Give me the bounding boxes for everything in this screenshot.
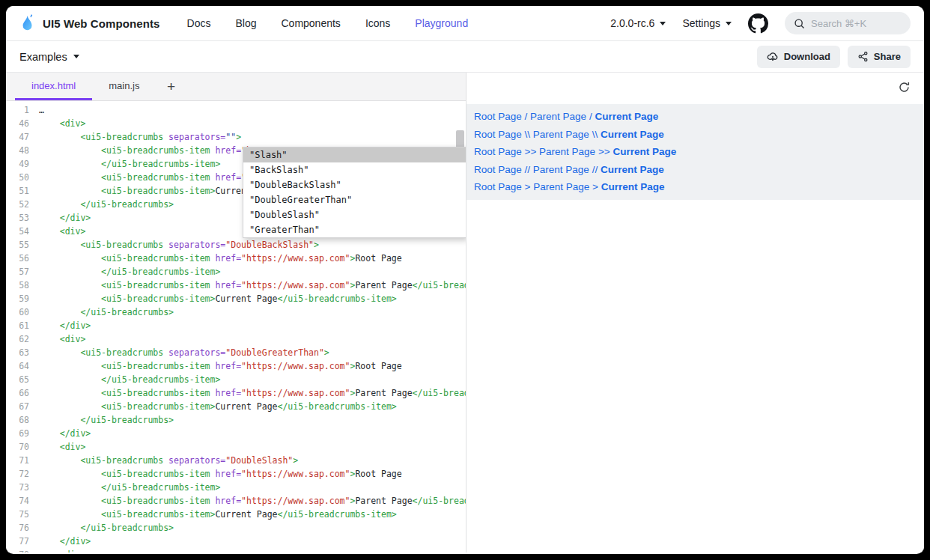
breadcrumb-link[interactable]: Root Page — [474, 111, 522, 122]
line-number: 47 — [6, 130, 39, 144]
version-dropdown[interactable]: 2.0.0-rc.6 — [610, 17, 666, 29]
refresh-icon — [898, 81, 911, 94]
breadcrumb-link[interactable]: Root Page — [474, 129, 522, 140]
chevron-down-icon — [726, 22, 732, 25]
line-content: <div> — [39, 548, 85, 553]
nav-link-blog[interactable]: Blog — [235, 17, 256, 29]
autocomplete-option[interactable]: "Slash" — [243, 147, 466, 162]
breadcrumb-link[interactable]: Parent Page — [530, 111, 586, 122]
breadcrumb: Root Page // Parent Page // Current Page — [466, 161, 924, 179]
share-button[interactable]: Share — [848, 46, 911, 68]
autocomplete-option[interactable]: "DoubleGreaterThan" — [243, 192, 466, 207]
refresh-button[interactable] — [896, 79, 912, 97]
line-content: </ui5-breadcrumbs-item> — [39, 157, 220, 171]
download-icon — [767, 51, 779, 63]
breadcrumb-link[interactable]: Root Page — [474, 164, 522, 175]
code-line: 74 <ui5-breadcrumbs-item href="https://w… — [6, 494, 466, 508]
chevron-down-icon — [73, 55, 79, 58]
line-content: <ui5-breadcrumbs-item href="https://www.… — [39, 279, 466, 292]
line-content: <ui5-breadcrumbs separators="DoubleSlash… — [39, 454, 298, 467]
code-editor-pane: + index.htmlmain.js 1…46 <div>47 <ui5-br… — [6, 73, 466, 553]
share-icon — [857, 51, 869, 62]
code-line: 73 </ui5-breadcrumbs-item> — [6, 481, 466, 494]
code-line: 63 <ui5-breadcrumbs separators="DoubleGr… — [6, 346, 466, 359]
add-tab-button[interactable]: + — [156, 73, 186, 100]
tab-index.html[interactable]: index.html — [15, 73, 92, 100]
code-line: 76 </ui5-breadcrumbs> — [6, 521, 466, 535]
line-content: </ui5-breadcrumbs> — [39, 413, 174, 427]
search-input[interactable] — [811, 18, 893, 29]
settings-label: Settings — [682, 17, 720, 29]
nav-link-icons[interactable]: Icons — [365, 17, 390, 29]
code-line: 58 <ui5-breadcrumbs-item href="https://w… — [6, 279, 466, 292]
ui5-flame-logo-icon — [19, 13, 36, 33]
breadcrumb-separator: > — [589, 181, 601, 192]
breadcrumb-link[interactable]: Parent Page — [533, 164, 589, 175]
line-content: <ui5-breadcrumbs-item href="https://www.… — [39, 359, 402, 373]
breadcrumb-link[interactable]: Parent Page — [533, 129, 589, 140]
line-content: <div> — [39, 117, 85, 130]
breadcrumbs-preview: Root Page / Parent Page / Current PageRo… — [466, 104, 924, 200]
autocomplete-option[interactable]: "DoubleSlash" — [243, 207, 466, 222]
code-line: 70 <div> — [6, 440, 466, 454]
line-number: 74 — [6, 494, 39, 508]
download-button[interactable]: Download — [757, 46, 840, 68]
line-number: 72 — [6, 467, 39, 481]
line-number: 54 — [6, 225, 39, 238]
line-number: 59 — [6, 292, 39, 305]
line-number: 70 — [6, 440, 39, 454]
code-line: 64 <ui5-breadcrumbs-item href="https://w… — [6, 359, 466, 373]
code-line: 65 </ui5-breadcrumbs-item> — [6, 373, 466, 386]
main-content: + index.htmlmain.js 1…46 <div>47 <ui5-br… — [6, 73, 924, 553]
code-line: 72 <ui5-breadcrumbs-item href="https://w… — [6, 467, 466, 481]
line-content: <ui5-breadcrumbs separators="DoubleBackS… — [39, 238, 319, 252]
line-number: 65 — [6, 373, 39, 386]
top-navbar: UI5 Web Components DocsBlogComponentsIco… — [6, 6, 924, 41]
line-number: 57 — [6, 265, 39, 279]
line-number: 62 — [6, 332, 39, 346]
line-content: </div> — [39, 427, 91, 440]
code-line: 57 </ui5-breadcrumbs-item> — [6, 265, 466, 279]
line-content: <ui5-breadcrumbs-item href="https://www.… — [39, 252, 402, 265]
line-number: 1 — [6, 103, 39, 117]
breadcrumb-separator: / — [522, 111, 530, 122]
examples-label: Examples — [19, 51, 67, 63]
line-number: 55 — [6, 238, 39, 252]
line-number: 76 — [6, 521, 39, 535]
line-number: 73 — [6, 481, 39, 494]
breadcrumb-link[interactable]: Parent Page — [539, 146, 595, 157]
code-line: 56 <ui5-breadcrumbs-item href="https://w… — [6, 252, 466, 265]
breadcrumb: Root Page >> Parent Page >> Current Page — [466, 143, 924, 161]
brand-title: UI5 Web Components — [43, 17, 160, 30]
settings-dropdown[interactable]: Settings — [682, 17, 732, 29]
github-icon[interactable] — [748, 13, 768, 34]
nav-link-playground[interactable]: Playground — [415, 17, 468, 29]
autocomplete-option[interactable]: "GreaterThan" — [243, 222, 466, 237]
line-content: </ui5-breadcrumbs-item> — [39, 373, 220, 386]
line-number: 50 — [6, 171, 39, 184]
line-number: 71 — [6, 454, 39, 467]
tab-main.js[interactable]: main.js — [92, 73, 156, 100]
breadcrumb-separator: / — [586, 111, 595, 122]
breadcrumb-separator: > — [522, 181, 533, 192]
download-label: Download — [784, 51, 830, 62]
nav-link-components[interactable]: Components — [281, 17, 340, 29]
nav-link-docs[interactable]: Docs — [187, 17, 211, 29]
code-line: 71 <ui5-breadcrumbs separators="DoubleSl… — [6, 454, 466, 467]
line-content: </div> — [39, 535, 91, 548]
breadcrumb-link[interactable]: Root Page — [474, 146, 522, 157]
breadcrumb-link[interactable]: Root Page — [474, 181, 522, 192]
autocomplete-option[interactable]: "DoubleBackSlash" — [243, 177, 466, 192]
line-number: 60 — [6, 305, 39, 319]
line-content: </ui5-breadcrumbs> — [39, 521, 174, 535]
line-number: 58 — [6, 279, 39, 292]
search-box[interactable] — [785, 12, 911, 34]
breadcrumb: Root Page / Parent Page / Current Page — [466, 108, 924, 126]
examples-dropdown[interactable]: Examples — [19, 51, 79, 63]
editor-tabbar: + index.htmlmain.js — [6, 73, 466, 101]
line-content: </ui5-breadcrumbs-item> — [39, 265, 220, 279]
autocomplete-option[interactable]: "BackSlash" — [243, 162, 466, 177]
brand[interactable]: UI5 Web Components — [19, 13, 160, 33]
code-line: 46 <div> — [6, 117, 466, 130]
breadcrumb-link[interactable]: Parent Page — [533, 181, 589, 192]
